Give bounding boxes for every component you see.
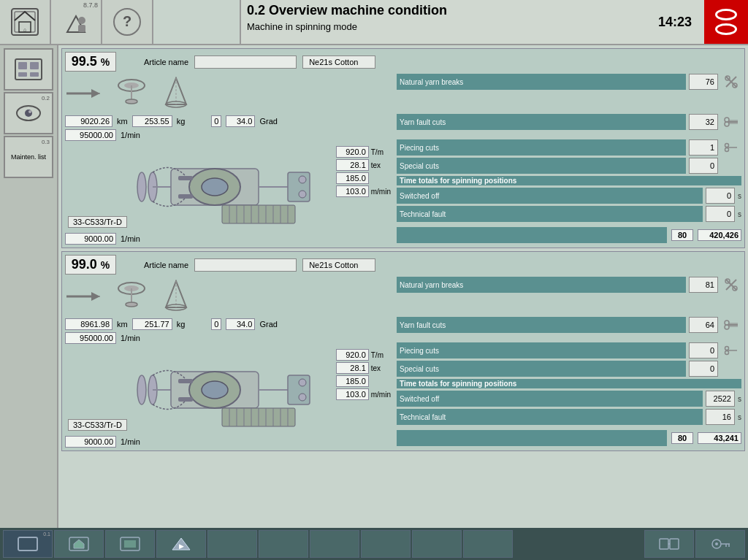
total-value-0: 420,426 (698, 229, 741, 241)
svg-point-116 (715, 542, 718, 545)
total-count-1: 80 (671, 432, 693, 444)
footer-btn-4[interactable]: ▶ (156, 530, 206, 558)
switched-off-value-0: 0 (706, 188, 735, 204)
machine-svg-1 (112, 350, 346, 430)
footer-btn-keys[interactable] (695, 530, 745, 558)
tech-fault-row-0: Technical fault 0 s (397, 206, 741, 222)
footer-btn-10[interactable] (463, 530, 513, 558)
time-totals-label-0: Time totals for spinning positions (397, 176, 741, 185)
cone-icon-0 (161, 77, 191, 110)
total-row-1: 80 43,241 (397, 430, 741, 446)
footer-btn-6[interactable] (259, 530, 308, 558)
special-cuts-label-1: Special cuts (397, 361, 686, 377)
page-subtitle: Machine in spinning mode (247, 21, 640, 32)
svg-rect-105 (18, 537, 37, 551)
icons-row-0 (65, 74, 394, 113)
footer-btn-1[interactable]: 0.1 (3, 530, 53, 558)
tech-fault-label-0: Technical fault (397, 206, 703, 222)
piecing-cuts-value-0: 1 (689, 139, 718, 156)
grad-value-0: 34.0 (226, 115, 255, 127)
piecing-cuts-value-1: 0 (689, 342, 718, 358)
article-name-box-0 (194, 55, 297, 69)
svg-rect-109 (124, 540, 136, 548)
page-title: 0.2 Overview machine condition (247, 3, 640, 18)
rpm-unit-bottom-0: 1/min (121, 234, 140, 243)
svg-text:▶: ▶ (179, 542, 184, 550)
svg-point-37 (299, 176, 306, 183)
home-button[interactable]: ⌂ (0, 0, 51, 44)
arrow-icon-0 (65, 85, 102, 102)
tech-fault-unit-1: s (738, 413, 741, 421)
tech-fault-label-1: Technical fault (397, 409, 703, 425)
speed-values-0: 920.0 T/m 28.1 tex 185.0 103.0 (336, 146, 391, 197)
switched-off-unit-1: s (738, 395, 741, 403)
rpm-top-row-0: 95000.00 1/min (65, 129, 394, 141)
help-button[interactable]: ? (102, 0, 153, 44)
sidebar-item-mainten[interactable]: 0.3 Mainten. list (4, 136, 53, 178)
cone-icon-1 (161, 280, 191, 313)
card-right-1: Natural yarn breaks 81 Yarn fault cuts (397, 277, 741, 448)
model-label-1: 33-C533/Tr-D (68, 419, 127, 431)
svg-rect-80 (288, 375, 310, 404)
model-label-0: 33-C533/Tr-D (68, 216, 127, 228)
svg-point-38 (299, 191, 306, 198)
yarn-breaks-value-0: 76 (689, 74, 718, 90)
footer-btn-3[interactable] (105, 530, 155, 558)
arrow-icon-1 (65, 288, 102, 305)
switched-off-value-1: 2522 (706, 391, 735, 407)
footer-btn-2[interactable] (54, 530, 104, 558)
card-left-1: 8961.98 km 251.77 kg 0 34.0 Grad 95000.0… (65, 277, 394, 448)
footer: 0.1 ▶ (0, 528, 748, 560)
svg-rect-77 (178, 379, 193, 383)
switched-off-row-1: Switched off 2522 s (397, 391, 741, 407)
yarn-fault-label-1: Yarn fault cuts (397, 317, 686, 333)
kg-unit-0: kg (177, 117, 186, 126)
total-bar-0 (397, 227, 667, 243)
stop-circle-bottom (715, 23, 737, 35)
person-button[interactable]: 8.7.8 (51, 0, 102, 44)
stats-row-1-0: 9020.26 km 253.55 kg 0 34.0 Grad (65, 115, 394, 127)
svg-point-32 (202, 178, 228, 196)
efficiency-1: 99.0 % (65, 255, 116, 275)
svg-rect-112 (660, 539, 668, 549)
piecing-cuts-label-0: Piecing cuts (397, 139, 686, 156)
stats-row-1-1: 8961.98 km 251.77 kg 0 34.0 Grad (65, 318, 394, 330)
svg-point-81 (299, 379, 306, 386)
stop-button[interactable] (704, 0, 748, 44)
footer-btn-connect[interactable] (644, 530, 694, 558)
efficiency-0: 99.5 % (65, 52, 116, 72)
yarn-breaks-row-1: Natural yarn breaks 81 (397, 277, 741, 293)
scissors-icon-0 (721, 142, 741, 153)
svg-rect-11 (30, 62, 39, 69)
tech-fault-row-1: Technical fault 16 s (397, 409, 741, 425)
rpm-bottom-0: 9000.00 (65, 233, 116, 245)
total-bar-1 (397, 430, 667, 446)
card-middle-1: 8961.98 km 251.77 kg 0 34.0 Grad 95000.0… (65, 277, 741, 448)
scissors-v-icon-0 (721, 74, 741, 90)
time-totals-label-1: Time totals for spinning positions (397, 379, 741, 388)
kg-unit-1: kg (177, 320, 186, 329)
mainten-label: Mainten. list (11, 153, 46, 161)
rpm-bottom-row-0: 9000.00 1/min (65, 233, 394, 245)
svg-rect-113 (670, 539, 679, 549)
footer-btn-5[interactable] (207, 530, 257, 558)
svg-point-67 (126, 302, 137, 307)
svg-point-103 (725, 347, 729, 350)
diagram-1: 920.0 T/m 28.1 tex 185.0 103.0 (65, 346, 394, 434)
sidebar-item-eye[interactable]: 0.2 (4, 92, 53, 134)
header: ⌂ 8.7.8 ? 0.2 Overview machine condition… (0, 0, 748, 45)
footer-btn-7[interactable] (310, 530, 359, 558)
tech-fault-value-1: 16 (706, 409, 735, 425)
svg-rect-36 (288, 172, 310, 202)
svg-point-15 (25, 110, 32, 117)
total-row-0: 80 420,426 (397, 227, 741, 243)
sidebar-item-overview[interactable] (4, 48, 53, 91)
angle-value-0: 0 (211, 115, 221, 127)
icons-row-1 (65, 277, 394, 316)
total-value-1: 43,241 (698, 432, 741, 444)
main-content: 99.5 % Article name Ne21s Cotton (58, 45, 748, 528)
footer-btn-8[interactable] (361, 530, 411, 558)
svg-text:?: ? (123, 13, 131, 29)
switched-off-label-1: Switched off (397, 391, 703, 407)
footer-btn-9[interactable] (412, 530, 462, 558)
